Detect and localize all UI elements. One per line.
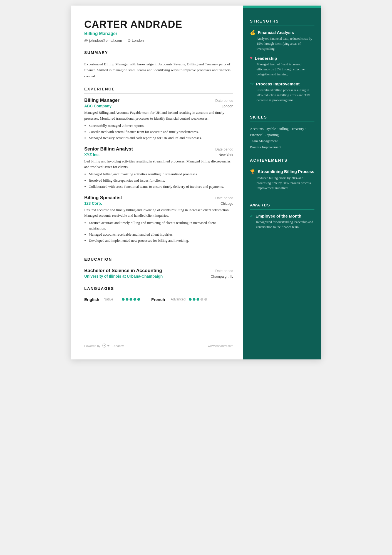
job-company: 123 Corp. — [84, 201, 102, 206]
strength-desc: Streamlined billing process resulting in… — [250, 88, 314, 103]
dot — [126, 298, 128, 301]
experience-divider — [84, 93, 233, 94]
bullet-item: Coordinated with central finance team fo… — [89, 129, 233, 135]
job-date: Date period — [215, 99, 233, 103]
dot — [133, 298, 136, 301]
language-item: English Native — [84, 297, 140, 302]
awards-divider — [250, 209, 314, 210]
dot — [197, 298, 199, 301]
achievement-item: 🏆 Streamlining Billing Process Reduced b… — [250, 169, 314, 191]
lang-name: French — [151, 297, 168, 302]
trophy-icon: 🏆 — [250, 169, 255, 174]
job-subheader: XYZ Inc. New York — [84, 152, 233, 157]
job-role: Billing Manager — [84, 98, 120, 103]
skills-title: SKILLS — [250, 115, 314, 119]
footer: Powered by ⦿❧ Enhancv www.enhancv.com — [84, 334, 233, 348]
leadership-icon: ♥ — [250, 56, 253, 61]
checkmark-icon: ✔ — [250, 214, 253, 218]
job-subheader: ABC Company London — [84, 104, 233, 108]
job-desc: Ensured accurate and timely billing and … — [84, 207, 233, 218]
enhancv-logo-icon: ⦿❧ — [102, 343, 110, 348]
education-section: EDUCATION Bachelor of Science in Account… — [84, 257, 233, 278]
bullet-item: Successfully managed 2 direct reports. — [89, 123, 233, 129]
process-improvement-icon: ☆ — [250, 81, 254, 87]
strength-title: Process Improvement — [256, 82, 300, 86]
education-title: EDUCATION — [84, 257, 233, 262]
strength-desc: Managed team of 5 and increased efficien… — [250, 62, 314, 77]
summary-text: Experienced Billing Manager with knowled… — [84, 61, 233, 79]
achievement-title: Streamlining Billing Process — [258, 169, 314, 174]
award-title: Employee of the Month — [255, 214, 301, 218]
email-contact: @ johndoe@email.com — [84, 38, 122, 43]
job-header: Billing Specialist Date period — [84, 195, 233, 201]
award-item: ✔ Employee of the Month Recognized for o… — [250, 214, 314, 230]
strength-title: Leadership — [255, 56, 277, 61]
pin-icon: ⊙ — [128, 38, 131, 43]
bullet-item: Managed accounts receivable and handled … — [89, 232, 233, 237]
strength-item: 💰 Financial Analysis Analyzed financial … — [250, 30, 314, 51]
candidate-name: CARTER ANDRADE — [84, 19, 233, 30]
award-desc: Recognized for outstanding leadership an… — [250, 219, 314, 230]
bullet-item: Developed and implemented new processes … — [89, 238, 233, 243]
experience-section: EXPERIENCE Billing Manager Date period A… — [84, 87, 233, 249]
dot — [193, 298, 195, 301]
job-role: Senior Billing Analyst — [84, 146, 133, 152]
lang-name: English — [84, 297, 101, 302]
location-contact: ⊙ London — [128, 38, 144, 43]
lang-level: Advanced — [171, 297, 186, 301]
lang-dots — [189, 298, 207, 301]
job-company: ABC Company — [84, 104, 111, 108]
right-column: STRENGTHS 💰 Financial Analysis Analyzed … — [243, 6, 321, 359]
languages-row: English Native French Advanced — [84, 297, 233, 302]
summary-section: SUMMARY Experienced Billing Manager with… — [84, 50, 233, 79]
job-bullets: Ensured accurate and timely billing and … — [84, 220, 233, 244]
job-company: XYZ Inc. — [84, 152, 100, 157]
job-desc: Led billing and invoicing activities res… — [84, 159, 233, 170]
strength-title: Financial Analysis — [258, 30, 294, 35]
education-divider — [84, 264, 233, 264]
job-location: New York — [219, 153, 233, 157]
achievement-header: 🏆 Streamlining Billing Process — [250, 169, 314, 174]
edu-date: Date period — [215, 269, 233, 273]
job-bullets: Successfully managed 2 direct reports. C… — [84, 123, 233, 141]
bullet-item: Resolved billing discrepancies and issue… — [89, 178, 233, 183]
dot — [204, 298, 207, 301]
at-icon: @ — [84, 38, 88, 43]
strength-header: ♥ Leadership — [250, 56, 314, 61]
edu-location: Champaign, IL — [211, 275, 233, 278]
lang-dots — [122, 298, 140, 301]
language-item: French Advanced — [151, 297, 207, 302]
awards-title: AWARDS — [250, 203, 314, 207]
job-bullets: Managed billing and invoicing activities… — [84, 171, 233, 189]
job-item: Billing Specialist Date period 123 Corp.… — [84, 195, 233, 244]
dot — [189, 298, 192, 301]
brand-name: Enhancv — [112, 344, 124, 347]
strengths-title: STRENGTHS — [250, 19, 314, 23]
dot — [137, 298, 140, 301]
languages-title: LANGUAGES — [84, 286, 233, 291]
footer-website: www.enhancv.com — [208, 344, 233, 347]
dot — [122, 298, 125, 301]
contact-info: @ johndoe@email.com ⊙ London — [84, 38, 233, 43]
skills-divider — [250, 122, 314, 122]
dot — [130, 298, 132, 301]
edu-subheader: University of Illinois at Urbana-Champai… — [84, 274, 233, 278]
bullet-item: Managed billing and invoicing activities… — [89, 171, 233, 177]
financial-analysis-icon: 💰 — [250, 30, 255, 35]
accent-bar — [243, 6, 321, 8]
lang-level: Native — [104, 297, 119, 301]
strengths-section: STRENGTHS 💰 Financial Analysis Analyzed … — [250, 19, 314, 107]
skills-text: Accounts Payable · Billing · Treasury · … — [250, 126, 314, 150]
dot — [200, 298, 203, 301]
job-date: Date period — [215, 147, 233, 151]
strength-item: ☆ Process Improvement Streamlined billin… — [250, 81, 314, 103]
strength-header: ☆ Process Improvement — [250, 81, 314, 87]
strengths-divider — [250, 26, 314, 26]
achievements-divider — [250, 165, 314, 165]
job-role: Billing Specialist — [84, 195, 122, 201]
bullet-item: Collaborated with cross-functional teams… — [89, 184, 233, 189]
skills-section: SKILLS Accounts Payable · Billing · Trea… — [250, 115, 314, 150]
strength-item: ♥ Leadership Managed team of 5 and incre… — [250, 56, 314, 77]
job-header: Senior Billing Analyst Date period — [84, 146, 233, 152]
experience-title: EXPERIENCE — [84, 87, 233, 91]
